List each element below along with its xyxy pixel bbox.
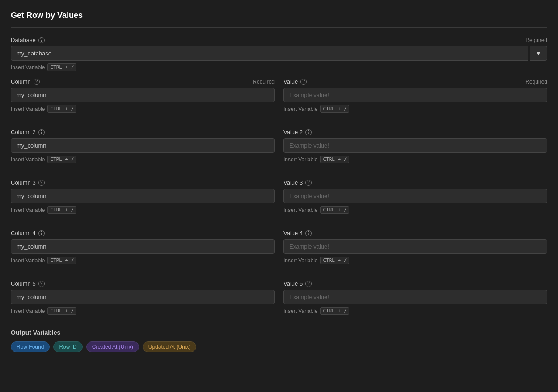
value-5-insert-variable: Insert Variable CTRL + / [283,307,547,315]
column-4-label-row: Column 4 ? [11,230,275,236]
column-3-label: Column 3 [11,179,36,186]
value-3-insert-label: Insert Variable [283,207,317,213]
column-3-insert-variable: Insert Variable CTRL + / [11,206,275,214]
value-1-section: Value ? Required Insert Variable CTRL + … [283,78,547,113]
column-2-label-row: Column 2 ? [11,129,275,135]
database-section: Database ? Required ▼ Insert Variable CT… [11,37,547,71]
column-4-shortcut: CTRL + / [47,257,76,264]
value-1-input[interactable] [283,88,547,102]
column-5-input[interactable] [11,290,275,304]
value-2-section: Value 2 ? Insert Variable CTRL + / [283,129,547,163]
value-2-insert-label: Insert Variable [283,156,317,163]
database-required: Required [525,37,547,43]
column-2-input[interactable] [11,138,275,153]
column-5-label-row: Column 5 ? [11,280,275,287]
value-1-label-row: Value ? Required [283,78,547,85]
column-3-shortcut: CTRL + / [47,206,76,214]
database-dropdown-button[interactable]: ▼ [530,46,547,61]
fields-grid: Column ? Required Insert Variable CTRL +… [11,78,547,322]
value-3-section: Value 3 ? Insert Variable CTRL + / [283,179,547,214]
column-4-section: Column 4 ? Insert Variable CTRL + / [11,230,275,264]
column-3-input[interactable] [11,189,275,203]
database-help-icon[interactable]: ? [38,37,45,43]
value-1-label: Value [283,78,298,85]
column-4-insert-variable: Insert Variable CTRL + / [11,257,275,264]
output-variables-title: Output Variables [11,329,547,336]
value-4-shortcut: CTRL + / [320,257,349,264]
column-2-insert-label: Insert Variable [11,156,45,163]
value-1-insert-label: Insert Variable [283,106,317,112]
column-3-section: Column 3 ? Insert Variable CTRL + / [11,179,275,214]
column-1-insert-label: Insert Variable [11,106,45,112]
value-2-label: Value 2 [283,129,303,135]
value-1-help-icon[interactable]: ? [300,79,307,85]
dropdown-icon: ▼ [536,50,541,57]
column-3-label-row: Column 3 ? [11,179,275,186]
column-4-help-icon[interactable]: ? [38,230,45,236]
column-1-insert-variable: Insert Variable CTRL + / [11,105,275,113]
value-3-shortcut: CTRL + / [320,206,349,214]
value-5-section: Value 5 ? Insert Variable CTRL + / [283,280,547,315]
column-2-insert-variable: Insert Variable CTRL + / [11,156,275,163]
value-4-insert-label: Insert Variable [283,257,317,264]
value-2-shortcut: CTRL + / [320,156,349,163]
database-label: Database [11,37,36,43]
value-2-insert-variable: Insert Variable CTRL + / [283,156,547,163]
value-5-label-row: Value 5 ? [283,280,547,287]
badge-created-at: Created At (Unix) [86,341,139,352]
value-2-label-row: Value 2 ? [283,129,547,135]
value-3-input[interactable] [283,189,547,203]
value-2-help-icon[interactable]: ? [305,129,312,135]
column-1-required: Required [253,79,275,85]
value-4-insert-variable: Insert Variable CTRL + / [283,257,547,264]
value-4-label-row: Value 4 ? [283,230,547,236]
output-badges-container: Row Found Row ID Created At (Unix) Updat… [11,341,547,352]
column-5-section: Column 5 ? Insert Variable CTRL + / [11,280,275,315]
column-1-help-icon[interactable]: ? [34,79,40,85]
value-5-input[interactable] [283,290,547,304]
column-5-insert-variable: Insert Variable CTRL + / [11,307,275,315]
value-4-help-icon[interactable]: ? [305,230,312,236]
value-4-section: Value 4 ? Insert Variable CTRL + / [283,230,547,264]
column-1-label: Column [11,78,31,85]
value-1-insert-variable: Insert Variable CTRL + / [283,105,547,113]
column-5-help-icon[interactable]: ? [38,281,45,287]
badge-updated-at: Updated At (Unix) [143,341,197,352]
value-1-shortcut: CTRL + / [320,105,349,113]
database-insert-variable-label: Insert Variable [11,64,45,71]
column-3-insert-label: Insert Variable [11,207,45,213]
database-input-row: ▼ [11,46,547,61]
column-2-help-icon[interactable]: ? [38,129,45,135]
database-input[interactable] [11,46,528,61]
column-1-label-row: Column ? Required [11,78,275,85]
column-5-shortcut: CTRL + / [47,307,76,315]
column-2-shortcut: CTRL + / [47,156,76,163]
value-3-label-row: Value 3 ? [283,179,547,186]
value-4-label: Value 4 [283,230,303,236]
column-2-section: Column 2 ? Insert Variable CTRL + / [11,129,275,163]
column-4-insert-label: Insert Variable [11,257,45,264]
column-2-label: Column 2 [11,129,36,135]
database-insert-variable: Insert Variable CTRL + / [11,63,547,71]
column-3-help-icon[interactable]: ? [38,180,45,186]
value-2-input[interactable] [283,138,547,153]
output-variables-section: Output Variables Row Found Row ID Create… [11,329,547,352]
database-shortcut: CTRL + / [47,63,76,71]
value-1-required: Required [525,79,547,85]
column-5-label: Column 5 [11,280,36,287]
value-4-input[interactable] [283,239,547,254]
database-label-row: Database ? Required [11,37,547,43]
column-1-input[interactable] [11,88,275,102]
badge-row-found: Row Found [11,341,50,352]
value-3-label: Value 3 [283,179,303,186]
value-3-insert-variable: Insert Variable CTRL + / [283,206,547,214]
page-title: Get Row by Values [11,11,547,28]
value-5-help-icon[interactable]: ? [305,281,312,287]
column-5-insert-label: Insert Variable [11,308,45,314]
column-4-input[interactable] [11,239,275,254]
value-3-help-icon[interactable]: ? [305,180,312,186]
value-5-insert-label: Insert Variable [283,308,317,314]
badge-row-id: Row ID [53,341,82,352]
column-1-shortcut: CTRL + / [47,105,76,113]
value-5-shortcut: CTRL + / [320,307,349,315]
